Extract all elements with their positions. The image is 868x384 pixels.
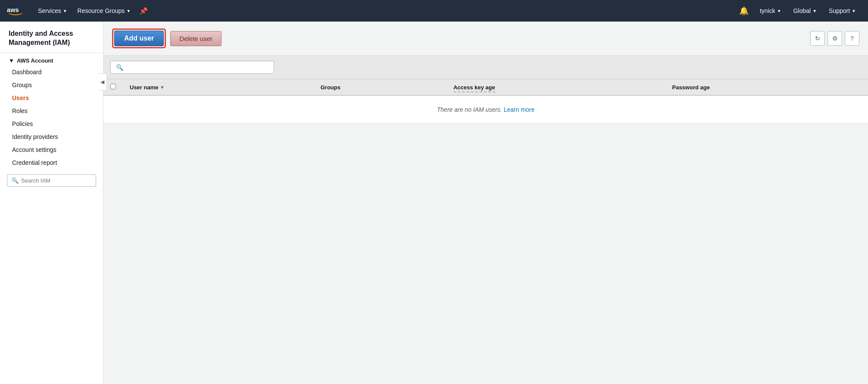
settings-icon: ⚙ — [832, 35, 838, 42]
aws-account-chevron-icon: ▼ — [9, 57, 14, 64]
search-iam-input[interactable] — [21, 177, 91, 184]
aws-account-label: AWS Account — [17, 57, 53, 64]
nav-right: 🔔 tynick ▼ Global ▼ Support ▼ — [735, 0, 861, 22]
notifications-bell-icon[interactable]: 🔔 — [735, 0, 753, 22]
sidebar-item-identity-providers[interactable]: Identity providers — [0, 130, 103, 143]
services-nav[interactable]: Services ▼ — [33, 0, 72, 22]
sidebar-item-users[interactable]: Users — [0, 91, 103, 104]
table-search-icon: 🔍 — [116, 64, 123, 71]
username-sort-icon: ▼ — [160, 85, 164, 90]
sidebar-item-account-settings[interactable]: Account settings — [0, 143, 103, 156]
resource-groups-label: Resource Groups — [78, 7, 125, 14]
services-label: Services — [38, 7, 61, 14]
refresh-button[interactable]: ↻ — [810, 31, 825, 46]
users-table-container: User name ▼ Groups Access key age Passwo… — [103, 79, 868, 123]
region-chevron-icon: ▼ — [812, 9, 817, 13]
access-key-age-column-header: Access key age — [446, 79, 665, 95]
sidebar: Identity and Access Management (IAM) ▼ A… — [0, 22, 103, 384]
password-age-column-header: Password age — [665, 79, 868, 95]
sidebar-title: Identity and Access Management (IAM) — [0, 22, 103, 53]
help-button[interactable]: ? — [845, 31, 859, 46]
empty-state-message: There are no IAM users. Learn more — [103, 96, 868, 123]
support-menu[interactable]: Support ▼ — [824, 0, 861, 22]
sidebar-item-groups[interactable]: Groups — [0, 79, 103, 91]
user-menu[interactable]: tynick ▼ — [755, 0, 787, 22]
groups-column-header: Groups — [314, 79, 446, 95]
aws-logo[interactable]: aws — [7, 6, 24, 16]
sidebar-item-dashboard[interactable]: Dashboard — [0, 66, 103, 79]
pin-icon[interactable]: 📌 — [136, 7, 151, 15]
top-nav: aws Services ▼ Resource Groups ▼ 📌 🔔 tyn… — [0, 0, 868, 22]
main-layout: Identity and Access Management (IAM) ▼ A… — [0, 22, 868, 384]
table-divider — [103, 123, 868, 124]
toolbar: Add user Delete user ↻ ⚙ ? — [103, 22, 868, 56]
user-chevron-icon: ▼ — [777, 9, 781, 13]
toolbar-right: ↻ ⚙ ? — [810, 31, 859, 46]
sidebar-item-credential-report[interactable]: Credential report — [0, 156, 103, 169]
sidebar-search-icon: 🔍 — [12, 177, 19, 184]
support-chevron-icon: ▼ — [852, 9, 856, 13]
support-label: Support — [829, 7, 850, 14]
add-user-button[interactable]: Add user — [114, 31, 164, 46]
sidebar-item-policies[interactable]: Policies — [0, 117, 103, 130]
aws-account-section[interactable]: ▼ AWS Account — [0, 53, 103, 66]
services-chevron-icon: ▼ — [63, 9, 67, 13]
username-label: tynick — [760, 7, 775, 14]
region-label: Global — [793, 7, 811, 14]
svg-text:aws: aws — [7, 6, 19, 13]
table-search-container: 🔍 — [103, 56, 868, 79]
sidebar-search[interactable]: 🔍 — [7, 174, 96, 187]
table-header-row: User name ▼ Groups Access key age Passwo… — [103, 79, 868, 95]
users-table: User name ▼ Groups Access key age Passwo… — [103, 79, 868, 96]
learn-more-link[interactable]: Learn more — [504, 106, 535, 113]
select-all-checkbox[interactable] — [110, 84, 116, 89]
delete-user-button[interactable]: Delete user — [170, 31, 222, 46]
settings-button[interactable]: ⚙ — [827, 31, 842, 46]
username-column-header[interactable]: User name ▼ — [123, 79, 314, 95]
add-user-highlight: Add user — [112, 28, 166, 48]
sidebar-collapse-toggle[interactable]: ◀ — [98, 73, 107, 91]
table-search-bar[interactable]: 🔍 — [110, 61, 274, 74]
help-icon: ? — [850, 35, 854, 42]
resource-groups-chevron-icon: ▼ — [126, 9, 131, 13]
resource-groups-nav[interactable]: Resource Groups ▼ — [72, 0, 136, 22]
refresh-icon: ↻ — [815, 35, 820, 42]
sidebar-item-roles[interactable]: Roles — [0, 104, 103, 117]
table-search-input[interactable] — [127, 64, 269, 71]
main-content: Add user Delete user ↻ ⚙ ? 🔍 — [103, 22, 868, 384]
region-menu[interactable]: Global ▼ — [788, 0, 822, 22]
